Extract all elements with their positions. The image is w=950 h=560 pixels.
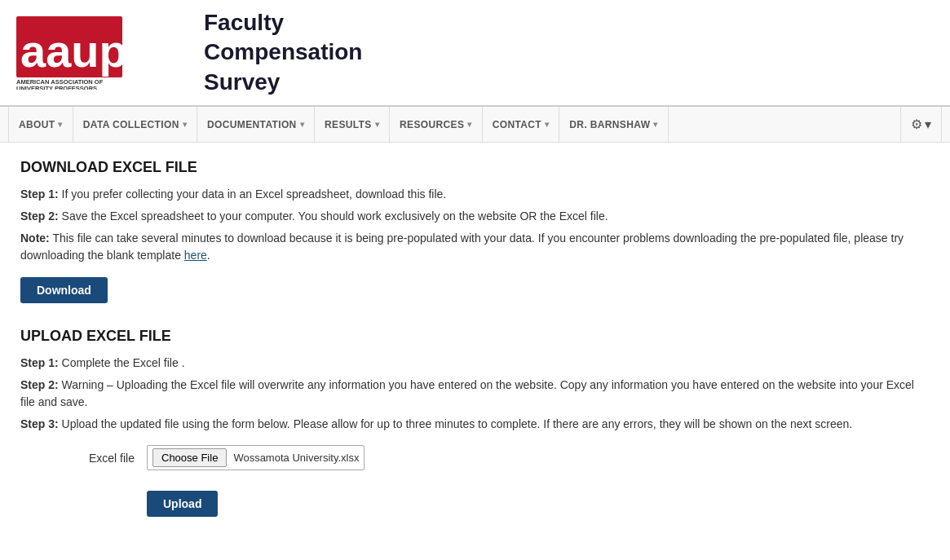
download-note-label: Note: [20, 231, 50, 245]
download-step2: Step 2: Save the Excel spreadsheet to yo… [20, 208, 930, 225]
nav-documentation[interactable]: DOCUMENTATION ▾ [197, 107, 315, 142]
nav-about[interactable]: ABOUT ▾ [8, 107, 73, 142]
gear-icon: ⚙ [911, 117, 922, 132]
download-button[interactable]: Download [20, 277, 108, 303]
upload-step3-label: Step 3: [20, 417, 59, 430]
upload-step1: Step 1: Complete the Excel file . [20, 355, 930, 372]
main-content: DOWNLOAD EXCEL FILE Step 1: If you prefe… [0, 143, 950, 541]
upload-step3-text: Upload the updated file using the form b… [59, 417, 853, 430]
results-caret-icon: ▾ [375, 120, 379, 129]
about-caret-icon: ▾ [58, 120, 62, 129]
nav-results[interactable]: RESULTS ▾ [315, 107, 390, 142]
logo-area: aaup AMERICAN ASSOCIATION OF UNIVERSITY … [16, 16, 163, 90]
download-note: Note: This file can take several minutes… [20, 230, 930, 264]
choose-file-button[interactable]: Choose File [152, 448, 227, 467]
nav-contact[interactable]: CONTACT ▾ [483, 107, 560, 142]
site-title: Faculty Compensation Survey [204, 8, 362, 97]
excel-file-row: Excel file Choose File Wossamota Univers… [20, 445, 930, 470]
upload-step1-text: Complete the Excel file . [59, 356, 185, 369]
nav-resources[interactable]: RESOURCES ▾ [390, 107, 483, 142]
upload-section-title: UPLOAD EXCEL FILE [20, 328, 930, 345]
download-step2-label: Step 2: [20, 209, 59, 223]
navbar: ABOUT ▾ DATA COLLECTION ▾ DOCUMENTATION … [0, 107, 950, 143]
download-section-title: DOWNLOAD EXCEL FILE [20, 159, 930, 176]
excel-file-label: Excel file [20, 452, 135, 465]
upload-button[interactable]: Upload [147, 491, 218, 517]
download-step1-text: If you prefer collecting your data in an… [59, 187, 447, 201]
download-section: DOWNLOAD EXCEL FILE Step 1: If you prefe… [20, 159, 930, 311]
svg-text:aaup: aaup [20, 25, 127, 77]
documentation-caret-icon: ▾ [300, 120, 304, 129]
upload-step3: Step 3: Upload the updated file using th… [20, 416, 930, 433]
settings-gear-button[interactable]: ⚙ ▾ [900, 107, 942, 142]
nav-dr-barnshaw[interactable]: DR. BARNSHAW ▾ [559, 107, 668, 142]
svg-text:UNIVERSITY PROFESSORS: UNIVERSITY PROFESSORS [16, 85, 97, 90]
upload-step2: Step 2: Warning – Uploading the Excel fi… [20, 377, 930, 411]
download-note-text: This file can take several minutes to do… [20, 231, 904, 262]
dr-barnshaw-caret-icon: ▾ [653, 120, 657, 129]
file-input-group: Choose File Wossamota University.xlsx [147, 445, 365, 470]
download-step1-label: Step 1: [20, 187, 59, 201]
download-step1: Step 1: If you prefer collecting your da… [20, 186, 930, 203]
upload-section: UPLOAD EXCEL FILE Step 1: Complete the E… [20, 328, 930, 525]
download-here-link[interactable]: here [184, 249, 207, 262]
resources-caret-icon: ▾ [467, 120, 471, 129]
upload-step2-text: Warning – Uploading the Excel file will … [20, 378, 914, 408]
data-collection-caret-icon: ▾ [183, 120, 187, 129]
page-header: aaup AMERICAN ASSOCIATION OF UNIVERSITY … [0, 0, 950, 107]
upload-button-area: Upload [147, 483, 930, 525]
upload-step1-label: Step 1: [20, 356, 59, 369]
upload-step2-label: Step 2: [20, 378, 59, 391]
nav-data-collection[interactable]: DATA COLLECTION ▾ [73, 107, 197, 142]
aaup-logo: aaup AMERICAN ASSOCIATION OF UNIVERSITY … [16, 16, 163, 90]
download-step2-text: Save the Excel spreadsheet to your compu… [59, 209, 608, 223]
gear-caret-icon: ▾ [925, 117, 931, 132]
selected-file-name: Wossamota University.xlsx [233, 452, 359, 464]
contact-caret-icon: ▾ [545, 120, 549, 129]
download-note-end: . [207, 249, 210, 262]
